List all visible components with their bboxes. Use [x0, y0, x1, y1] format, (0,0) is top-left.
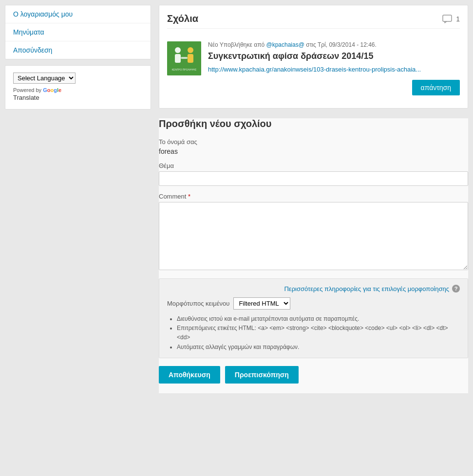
comments-section: Σχόλια 1	[159, 5, 468, 109]
translate-label: Translate	[13, 94, 143, 101]
subject-input[interactable]	[159, 171, 468, 186]
comment-footer: απάντηση	[208, 80, 460, 95]
sidebar-item-messages[interactable]: Μηνύματα	[5, 23, 151, 41]
sidebar-item-account[interactable]: Ο λογαριασμός μου	[5, 5, 151, 23]
name-value: foreas	[159, 147, 468, 155]
svg-point-4	[188, 47, 193, 53]
subject-label: Θέμα	[159, 162, 468, 169]
comment-bubble-icon	[442, 15, 453, 23]
comment-date: στις Τρί, 09/3/2014 - 12:46.	[306, 41, 377, 48]
comment-author-link[interactable]: @kpachaias@	[266, 41, 304, 48]
comments-title: Σχόλια	[167, 13, 198, 24]
format-info-box: Περισσότερες πληροφορίες για τις επιλογέ…	[159, 278, 468, 358]
comment-item: ΚΕΝΤΡΟ ΠΡΟΛΗΨΗΣ Νέο Υποβλήθηκε από @kpac…	[167, 37, 460, 100]
format-bullets: Διευθύνσεις ιστού και e-mail μετατρέποντ…	[167, 314, 460, 352]
language-select-wrapper: Select Language	[13, 73, 143, 84]
save-button[interactable]: Αποθήκευση	[159, 366, 220, 384]
svg-text:ΚΕΝΤΡΟ ΠΡΟΛΗΨΗΣ: ΚΕΝΤΡΟ ΠΡΟΛΗΨΗΣ	[172, 68, 197, 71]
sidebar-item-logout[interactable]: Αποσύνδεση	[5, 41, 151, 59]
comment-new-label: Νέο	[208, 41, 218, 48]
svg-rect-3	[175, 54, 181, 63]
sidebar-language-box: Select Language Powered by Google Transl…	[5, 65, 151, 110]
required-indicator: *	[188, 193, 190, 200]
comment-body: Νέο Υποβλήθηκε από @kpachaias@ στις Τρί,…	[208, 41, 460, 95]
comment-label: Comment *	[159, 193, 468, 200]
comment-count: 1	[456, 15, 460, 23]
comments-header: Σχόλια 1	[167, 13, 460, 29]
format-info-row: Περισσότερες πληροφορίες για τις επιλογέ…	[167, 285, 460, 293]
format-type-select[interactable]: Filtered HTML	[233, 297, 290, 310]
format-bullet-2: Επιτρεπόμενες ετικέτες HTML: <a> <em> <s…	[177, 324, 460, 342]
name-label: Το όνομά σας	[159, 138, 468, 146]
comment-textarea[interactable]	[159, 202, 468, 270]
main-content: Σχόλια 1	[159, 5, 468, 393]
format-type-row: Μορφότυπος κειμένου Filtered HTML	[167, 297, 460, 310]
add-comment-title: Προσθήκη νέου σχολίου	[159, 118, 468, 129]
svg-rect-0	[443, 15, 452, 21]
comment-post-title: Συγκεντρωτική αφίσα δράσεων 2014/15	[208, 51, 460, 61]
form-group-comment: Comment *	[159, 193, 468, 272]
language-select[interactable]: Select Language	[13, 73, 76, 84]
comment-link[interactable]: http://www.kpachaia.gr/anakoinwseis/103-…	[208, 66, 421, 73]
format-type-label: Μορφότυπος κειμένου	[167, 300, 229, 307]
format-bullet-3: Αυτόματες αλλαγές γραμμών και παραγράφων…	[177, 343, 460, 352]
add-comment-section: Προσθήκη νέου σχολίου Το όνομά σας forea…	[159, 118, 468, 393]
comment-meta: Νέο Υποβλήθηκε από @kpachaias@ στις Τρί,…	[208, 41, 460, 48]
svg-rect-6	[181, 57, 188, 59]
sidebar-menu: Ο λογαριασμός μου Μηνύματα Αποσύνδεση	[5, 5, 151, 59]
svg-point-2	[175, 47, 181, 53]
powered-by-label: Powered by Google	[13, 87, 143, 94]
reply-button[interactable]: απάντηση	[412, 80, 460, 95]
form-group-name: Το όνομά σας foreas	[159, 138, 468, 155]
format-bullet-1: Διευθύνσεις ιστού και e-mail μετατρέποντ…	[177, 314, 460, 324]
sidebar: Ο λογαριασμός μου Μηνύματα Αποσύνδεση Se…	[5, 5, 151, 393]
preview-button[interactable]: Προεπισκόπηση	[225, 366, 299, 384]
svg-rect-5	[188, 54, 193, 63]
comment-avatar: ΚΕΝΤΡΟ ΠΡΟΛΗΨΗΣ	[167, 41, 201, 75]
format-info-link[interactable]: Περισσότερες πληροφορίες για τις επιλογέ…	[284, 285, 449, 293]
help-icon[interactable]: ?	[452, 285, 460, 293]
google-brand: Google	[43, 87, 61, 93]
form-group-subject: Θέμα	[159, 162, 468, 186]
form-actions: Αποθήκευση Προεπισκόπηση	[159, 366, 468, 384]
comments-count-area: 1	[442, 15, 460, 23]
